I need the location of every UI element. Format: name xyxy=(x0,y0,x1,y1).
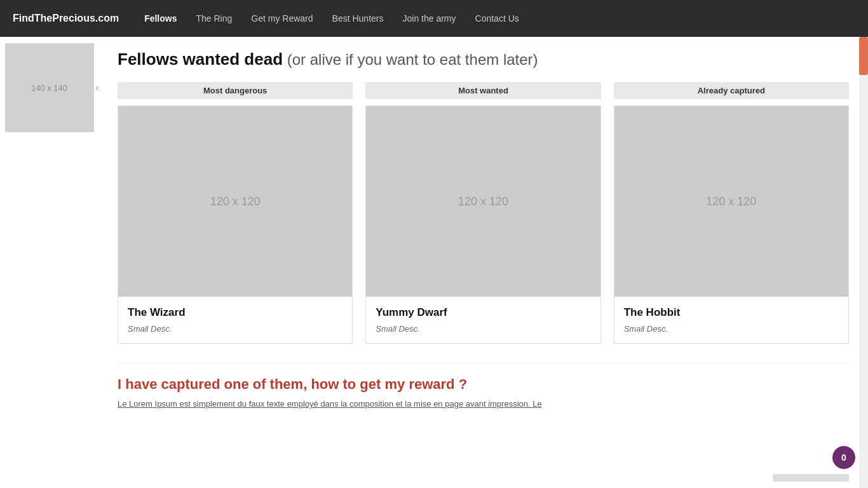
card-desc-dwarf: Small Desc. xyxy=(376,324,590,334)
nav-get-reward[interactable]: Get my Reward xyxy=(251,13,313,24)
bottom-text: Le Lorem Ipsum est simplement du faux te… xyxy=(118,399,849,409)
brand-link[interactable]: FindThePrecious.com xyxy=(13,13,119,24)
bottom-title: I have captured one of them, how to get … xyxy=(118,376,849,393)
card-body-dwarf: Yummy Dwarf Small Desc. xyxy=(366,297,600,343)
card-image-dwarf: 120 x 120 xyxy=(366,106,600,297)
title-normal: (or alive if you want to eat them later) xyxy=(283,51,538,68)
notification-count: 0 xyxy=(841,452,846,463)
title-bold: Fellows wanted dead xyxy=(118,50,283,69)
ad-label: 140 x 140 xyxy=(31,83,67,93)
card-body-wizard: The Wizard Small Desc. xyxy=(118,297,352,343)
page-title: Fellows wanted dead (or alive if you wan… xyxy=(118,50,849,69)
column-most-wanted: Most wanted 120 x 120 Yummy Dwarf Small … xyxy=(365,82,600,344)
card-image-hobbit: 120 x 120 xyxy=(614,106,848,297)
card-image-label-wizard: 120 x 120 xyxy=(210,195,261,208)
column-already-captured: Already captured 120 x 120 The Hobbit Sm… xyxy=(614,82,849,344)
card-body-hobbit: The Hobbit Small Desc. xyxy=(614,297,848,343)
nav-contact-us[interactable]: Contact Us xyxy=(475,13,519,24)
column-header-captured: Already captured xyxy=(614,82,849,99)
column-header-wanted: Most wanted xyxy=(365,82,600,99)
card-desc-hobbit: Small Desc. xyxy=(624,324,839,334)
nav-the-ring[interactable]: The Ring xyxy=(196,13,233,24)
nav-join-army[interactable]: Join the army xyxy=(403,13,456,24)
card-image-label-hobbit: 120 x 120 xyxy=(706,195,756,208)
card-title-dwarf: Yummy Dwarf xyxy=(376,306,590,319)
card-hobbit: 120 x 120 The Hobbit Small Desc. xyxy=(614,105,849,344)
card-title-hobbit: The Hobbit xyxy=(624,306,839,319)
scrollbar-thumb[interactable] xyxy=(859,37,868,75)
card-image-wizard: 120 x 120 xyxy=(118,106,352,297)
sidebar: 140 x 140 ‹ xyxy=(0,37,98,482)
main-content: Fellows wanted dead (or alive if you wan… xyxy=(98,37,868,482)
card-dwarf: 120 x 120 Yummy Dwarf Small Desc. xyxy=(365,105,600,344)
nav-fellows[interactable]: Fellows xyxy=(144,13,177,24)
fellows-columns: Most dangerous 120 x 120 The Wizard Smal… xyxy=(118,82,849,344)
nav-best-hunters[interactable]: Best Hunters xyxy=(332,13,384,24)
notification-badge[interactable]: 0 xyxy=(832,446,855,469)
card-wizard: 120 x 120 The Wizard Small Desc. xyxy=(118,105,353,344)
column-header-dangerous: Most dangerous xyxy=(118,82,353,99)
scrollbar-track xyxy=(859,37,868,488)
bottom-scrollbar[interactable] xyxy=(773,474,849,482)
card-image-label-dwarf: 120 x 120 xyxy=(458,195,508,208)
card-title-wizard: The Wizard xyxy=(128,306,342,319)
navbar: FindThePrecious.com Fellows The Ring Get… xyxy=(0,0,868,37)
column-most-dangerous: Most dangerous 120 x 120 The Wizard Smal… xyxy=(118,82,353,344)
main-layout: 140 x 140 ‹ Fellows wanted dead (or aliv… xyxy=(0,37,868,482)
card-desc-wizard: Small Desc. xyxy=(128,324,342,334)
bottom-section: I have captured one of them, how to get … xyxy=(118,363,849,409)
ad-banner: 140 x 140 ‹ xyxy=(5,43,94,132)
